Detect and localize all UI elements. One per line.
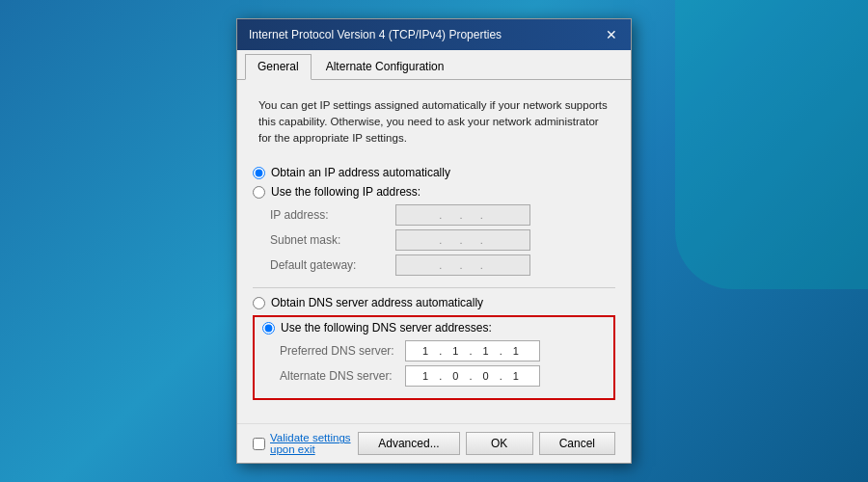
- manual-ip-option[interactable]: Use the following IP address:: [253, 185, 615, 199]
- ip-address-row: IP address:: [270, 204, 615, 226]
- alternate-dns-row: Alternate DNS server:: [280, 365, 606, 387]
- dns-fields: Preferred DNS server: Alternate DNS serv…: [280, 340, 606, 387]
- properties-dialog: Internet Protocol Version 4 (TCP/IPv4) P…: [236, 18, 632, 465]
- auto-ip-label: Obtain an IP address automatically: [271, 166, 450, 179]
- subnet-mask-input[interactable]: [395, 229, 530, 251]
- manual-ip-label: Use the following IP address:: [271, 185, 420, 199]
- close-button[interactable]: ✕: [604, 27, 619, 42]
- preferred-dns-row: Preferred DNS server:: [280, 340, 606, 362]
- bottom-bar: Validate settings upon exit Advanced... …: [237, 423, 631, 463]
- tab-bar: General Alternate Configuration: [237, 50, 631, 80]
- section-divider: [253, 287, 615, 288]
- manual-dns-option[interactable]: Use the following DNS server addresses:: [262, 321, 606, 335]
- ip-address-input[interactable]: [395, 204, 530, 226]
- advanced-button[interactable]: Advanced...: [358, 432, 459, 455]
- validate-checkbox[interactable]: [253, 438, 265, 450]
- manual-dns-label: Use the following DNS server addresses:: [281, 321, 492, 335]
- auto-dns-radio[interactable]: [253, 297, 265, 309]
- button-group: Advanced... OK Cancel: [358, 432, 615, 455]
- auto-ip-radio[interactable]: [253, 167, 265, 179]
- dns-section: Obtain DNS server address automatically …: [253, 296, 615, 400]
- validate-checkbox-group: Validate settings upon exit: [253, 432, 358, 455]
- manual-dns-radio[interactable]: [262, 322, 275, 335]
- tab-general[interactable]: General: [245, 54, 312, 80]
- manual-ip-radio[interactable]: [253, 186, 265, 199]
- alternate-dns-label: Alternate DNS server:: [280, 369, 405, 383]
- tab-alternate[interactable]: Alternate Configuration: [313, 54, 457, 79]
- title-bar: Internet Protocol Version 4 (TCP/IPv4) P…: [237, 19, 631, 50]
- gateway-row: Default gateway:: [270, 254, 615, 276]
- auto-dns-option[interactable]: Obtain DNS server address automatically: [253, 296, 615, 309]
- cancel-button[interactable]: Cancel: [539, 432, 615, 455]
- dialog-title: Internet Protocol Version 4 (TCP/IPv4) P…: [249, 28, 502, 41]
- ip-fields: IP address: Subnet mask: Default gateway…: [270, 204, 615, 276]
- default-gateway-input[interactable]: [395, 254, 530, 276]
- manual-dns-box: Use the following DNS server addresses: …: [253, 315, 615, 400]
- auto-ip-option[interactable]: Obtain an IP address automatically: [253, 166, 615, 179]
- ip-section: Obtain an IP address automatically Use t…: [253, 166, 615, 276]
- description-text: You can get IP settings assigned automat…: [253, 92, 615, 153]
- validate-label[interactable]: Validate settings upon exit: [270, 432, 358, 455]
- ip-address-label: IP address:: [270, 208, 395, 222]
- default-gateway-label: Default gateway:: [270, 258, 395, 272]
- dialog-content: You can get IP settings assigned automat…: [237, 80, 631, 424]
- subnet-mask-label: Subnet mask:: [270, 233, 395, 247]
- preferred-dns-input[interactable]: [405, 340, 540, 362]
- auto-dns-label: Obtain DNS server address automatically: [271, 296, 483, 309]
- subnet-mask-row: Subnet mask:: [270, 229, 615, 251]
- ok-button[interactable]: OK: [466, 432, 533, 455]
- preferred-dns-label: Preferred DNS server:: [280, 344, 405, 358]
- alternate-dns-input[interactable]: [405, 365, 540, 387]
